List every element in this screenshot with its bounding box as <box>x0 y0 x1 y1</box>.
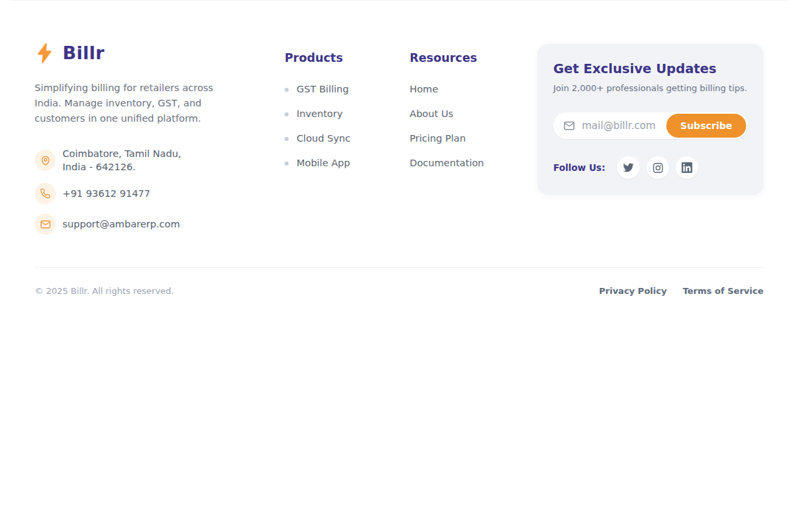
bolt-icon <box>35 43 55 64</box>
linkedin-button[interactable] <box>676 156 698 179</box>
product-link-gst-billing[interactable]: GST Billing <box>285 84 376 94</box>
newsletter-subtitle: Join 2,000+ professionals getting billin… <box>553 82 747 94</box>
resource-link-about-us[interactable]: About Us <box>410 109 516 119</box>
link-label: Pricing Plan <box>410 134 466 144</box>
mail-input-icon <box>563 120 575 132</box>
contact-row-email: support@ambarerp.com <box>35 213 269 235</box>
newsletter-form: Subscribe <box>553 112 747 139</box>
bullet-dot-icon <box>285 112 289 116</box>
footer-bottom-bar: © 2025 Billr. All rights reserved. Priva… <box>35 268 763 296</box>
contact-row-location: Coimbatore, Tamil Nadu, India - 642126. <box>35 147 269 174</box>
resource-link-documentation[interactable]: Documentation <box>410 158 516 168</box>
link-label: Cloud Sync <box>297 134 350 144</box>
brand-description: Simplifying billing for retailers across… <box>35 80 242 126</box>
products-column: Products GST Billing Inventory Cloud Syn… <box>285 43 376 183</box>
brand-name: Billr <box>63 43 104 64</box>
link-label: Home <box>410 84 438 94</box>
page-footer: Billr Simplifying billing for retailers … <box>11 0 787 296</box>
link-label: Mobile App <box>297 158 350 168</box>
resources-link-list: Home About Us Pricing Plan Documentation <box>410 84 516 168</box>
product-link-cloud-sync[interactable]: Cloud Sync <box>285 134 376 144</box>
products-column-title: Products <box>285 51 376 65</box>
follow-us-label: Follow Us: <box>553 162 605 173</box>
subscribe-button[interactable]: Subscribe <box>666 114 746 138</box>
linkedin-icon <box>682 162 692 173</box>
footer-main: Billr Simplifying billing for retailers … <box>35 43 763 267</box>
email-input[interactable] <box>582 120 668 132</box>
link-label: Inventory <box>297 109 342 119</box>
contact-row-phone: +91 93612 91477 <box>35 183 269 204</box>
map-pin-icon <box>35 150 56 171</box>
link-label: Documentation <box>410 158 484 168</box>
twitter-button[interactable] <box>617 156 640 179</box>
product-link-mobile-app[interactable]: Mobile App <box>285 158 376 168</box>
instagram-icon <box>652 162 664 174</box>
bullet-dot-icon <box>285 137 289 141</box>
resource-link-pricing-plan[interactable]: Pricing Plan <box>410 134 516 144</box>
newsletter-title: Get Exclusive Updates <box>553 61 747 76</box>
resources-column: Resources Home About Us Pricing Plan Doc… <box>410 43 516 183</box>
legal-links: Privacy Policy Terms of Service <box>599 286 763 296</box>
resource-link-home[interactable]: Home <box>410 84 516 94</box>
terms-of-service-link[interactable]: Terms of Service <box>683 286 763 296</box>
contact-address: Coimbatore, Tamil Nadu, India - 642126. <box>63 147 190 174</box>
link-label: GST Billing <box>297 84 348 94</box>
mail-icon <box>35 213 56 235</box>
contact-list: Coimbatore, Tamil Nadu, India - 642126. … <box>35 147 269 235</box>
product-link-inventory[interactable]: Inventory <box>285 109 376 119</box>
phone-icon <box>35 183 56 204</box>
privacy-policy-link[interactable]: Privacy Policy <box>599 286 667 296</box>
brand-logo: Billr <box>35 43 269 64</box>
contact-phone: +91 93612 91477 <box>63 187 150 200</box>
bullet-dot-icon <box>285 162 289 166</box>
link-label: About Us <box>410 109 454 119</box>
bullet-dot-icon <box>285 88 289 92</box>
newsletter-card: Get Exclusive Updates Join 2,000+ profes… <box>537 44 763 195</box>
products-link-list: GST Billing Inventory Cloud Sync Mobile … <box>285 84 376 168</box>
twitter-icon <box>623 162 634 173</box>
brand-column: Billr Simplifying billing for retailers … <box>35 43 269 244</box>
follow-row: Follow Us: <box>553 156 747 179</box>
resources-column-title: Resources <box>410 51 516 65</box>
contact-email: support@ambarerp.com <box>63 217 180 231</box>
instagram-button[interactable] <box>646 156 669 179</box>
copyright-text: © 2025 Billr. All rights reserved. <box>35 286 174 296</box>
